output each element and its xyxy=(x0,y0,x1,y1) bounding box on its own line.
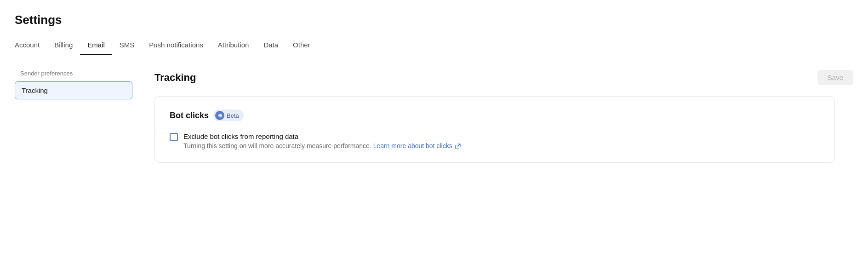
tab-attribution[interactable]: Attribution xyxy=(211,36,257,55)
tab-account[interactable]: Account xyxy=(15,36,47,55)
sidebar-item-label: Tracking xyxy=(22,86,48,94)
save-button[interactable]: Save xyxy=(817,70,853,85)
bot-clicks-card: Bot clicks ⊕ Beta Exclude bot clicks fro… xyxy=(154,96,835,163)
sidebar-section-label: Sender preferences xyxy=(15,70,132,77)
checkbox-label: Exclude bot clicks from reporting data xyxy=(183,132,461,140)
checkbox-description: Turning this setting on will more accura… xyxy=(183,142,461,149)
beta-icon: ⊕ xyxy=(215,111,224,120)
tab-sms[interactable]: SMS xyxy=(112,36,142,55)
sidebar: Sender preferences Tracking xyxy=(15,70,143,163)
content-area: Sender preferences Tracking Tracking Sav… xyxy=(15,70,853,163)
exclude-bot-clicks-checkbox[interactable] xyxy=(170,133,178,141)
beta-badge: ⊕ Beta xyxy=(213,109,244,121)
card-title: Bot clicks xyxy=(170,111,209,121)
checkbox-row: Exclude bot clicks from reporting data T… xyxy=(170,132,820,149)
tab-data[interactable]: Data xyxy=(256,36,286,55)
tab-billing[interactable]: Billing xyxy=(47,36,80,55)
tab-push-notifications[interactable]: Push notifications xyxy=(142,36,211,55)
tab-email[interactable]: Email xyxy=(80,36,112,55)
card-title-row: Bot clicks ⊕ Beta xyxy=(170,109,820,121)
main-content: Tracking Save Bot clicks ⊕ Beta Exclude … xyxy=(143,70,853,163)
beta-label: Beta xyxy=(227,112,239,119)
learn-more-link[interactable]: Learn more about bot clicks xyxy=(373,142,461,149)
page-container: Settings Account Billing Email SMS Push … xyxy=(0,0,868,163)
checkbox-text: Exclude bot clicks from reporting data T… xyxy=(183,132,461,149)
tab-other[interactable]: Other xyxy=(286,36,318,55)
main-section-title: Tracking xyxy=(154,72,196,84)
nav-tabs: Account Billing Email SMS Push notificat… xyxy=(15,36,853,55)
main-header: Tracking Save xyxy=(154,70,853,85)
sidebar-item-tracking[interactable]: Tracking xyxy=(15,81,132,99)
page-title: Settings xyxy=(15,13,853,27)
external-link-icon xyxy=(455,143,461,149)
